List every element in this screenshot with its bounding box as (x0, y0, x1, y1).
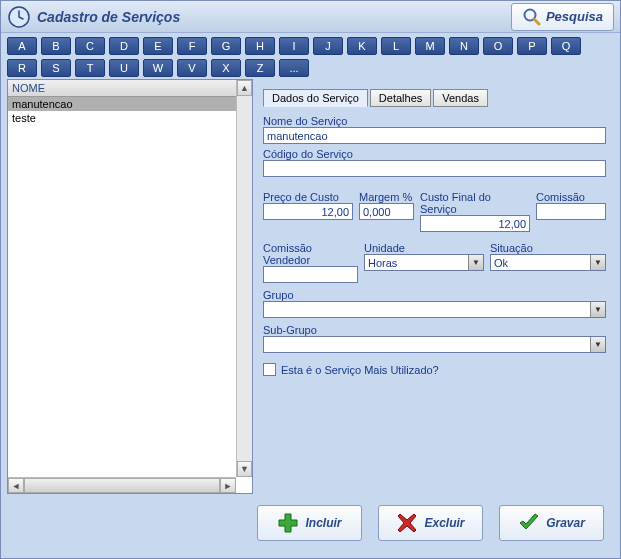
list-item[interactable]: teste (8, 111, 252, 125)
chevron-down-icon[interactable]: ▼ (590, 255, 605, 270)
horizontal-scrollbar[interactable]: ◄ ► (8, 477, 236, 493)
codigo-input[interactable] (263, 160, 606, 177)
grupo-select[interactable] (263, 301, 606, 318)
alpha-button-w[interactable]: W (143, 59, 173, 77)
grupo-label: Grupo (263, 289, 606, 301)
scroll-down-button[interactable]: ▼ (237, 461, 252, 477)
alpha-button-z[interactable]: Z (245, 59, 275, 77)
chevron-down-icon[interactable]: ▼ (590, 302, 605, 317)
unidade-label: Unidade (364, 242, 484, 254)
vertical-scrollbar[interactable]: ▲ ▼ (236, 80, 252, 477)
alpha-button-d[interactable]: D (109, 37, 139, 55)
nome-input[interactable] (263, 127, 606, 144)
alpha-button-h[interactable]: H (245, 37, 275, 55)
alpha-button-j[interactable]: J (313, 37, 343, 55)
search-label: Pesquisa (546, 9, 603, 24)
scroll-thumb-h[interactable] (24, 478, 220, 493)
alpha-button-q[interactable]: Q (551, 37, 581, 55)
alpha-button-s[interactable]: S (41, 59, 71, 77)
excluir-label: Excluir (424, 516, 464, 530)
comissao-vend-input[interactable] (263, 266, 358, 283)
plus-icon (277, 512, 299, 534)
check-icon (518, 512, 540, 534)
magnifier-icon (522, 7, 542, 27)
chevron-down-icon[interactable]: ▼ (590, 337, 605, 352)
alpha-button-v[interactable]: V (177, 59, 207, 77)
chevron-down-icon[interactable]: ▼ (468, 255, 483, 270)
alpha-button-n[interactable]: N (449, 37, 479, 55)
scroll-right-button[interactable]: ► (220, 478, 236, 493)
incluir-button[interactable]: Incluir (257, 505, 362, 541)
alpha-button-e[interactable]: E (143, 37, 173, 55)
custo-final-input[interactable] (420, 215, 530, 232)
preco-label: Preço de Custo (263, 191, 353, 203)
x-icon (396, 512, 418, 534)
margem-label: Margem % (359, 191, 414, 203)
alphabet-filter: ABCDEFGHIJKLMNOPQRSTUWVXZ... (1, 33, 620, 79)
alpha-button-l[interactable]: L (381, 37, 411, 55)
comissao-input[interactable] (536, 203, 606, 220)
excluir-button[interactable]: Excluir (378, 505, 483, 541)
search-button[interactable]: Pesquisa (511, 3, 614, 31)
gravar-button[interactable]: Gravar (499, 505, 604, 541)
service-registry-window: Cadastro de Serviços Pesquisa ABCDEFGHIJ… (0, 0, 621, 559)
comissao-vend-label: Comissão Vendedor (263, 242, 358, 266)
clock-icon (7, 5, 31, 29)
mais-utilizado-checkbox[interactable] (263, 363, 276, 376)
codigo-label: Código do Serviço (263, 148, 606, 160)
alpha-button-...[interactable]: ... (279, 59, 309, 77)
alpha-button-o[interactable]: O (483, 37, 513, 55)
action-bar: Incluir Excluir Gravar (1, 496, 620, 558)
comissao-label: Comissão (536, 191, 606, 203)
tab-detalhes[interactable]: Detalhes (370, 89, 431, 107)
unidade-select[interactable] (364, 254, 484, 271)
titlebar: Cadastro de Serviços Pesquisa (1, 1, 620, 33)
subgrupo-select[interactable] (263, 336, 606, 353)
tab-vendas[interactable]: Vendas (433, 89, 488, 107)
form-pane: Dados do ServiçoDetalhesVendas Nome do S… (253, 79, 614, 494)
alpha-button-b[interactable]: B (41, 37, 71, 55)
alpha-button-x[interactable]: X (211, 59, 241, 77)
alpha-button-i[interactable]: I (279, 37, 309, 55)
tabs: Dados do ServiçoDetalhesVendas (263, 89, 606, 107)
nome-label: Nome do Serviço (263, 115, 606, 127)
service-list-pane: NOME manutencaoteste ▲ ▼ ◄ ► (7, 79, 253, 494)
alpha-button-p[interactable]: P (517, 37, 547, 55)
alpha-button-g[interactable]: G (211, 37, 241, 55)
margem-input[interactable] (359, 203, 414, 220)
situacao-select[interactable] (490, 254, 606, 271)
preco-input[interactable] (263, 203, 353, 220)
alpha-button-t[interactable]: T (75, 59, 105, 77)
tab-dados-do-servi-o[interactable]: Dados do Serviço (263, 89, 368, 107)
subgrupo-label: Sub-Grupo (263, 324, 606, 336)
custo-final-label: Custo Final do Serviço (420, 191, 530, 215)
alpha-button-u[interactable]: U (109, 59, 139, 77)
list-body[interactable]: manutencaoteste (8, 97, 252, 493)
mais-utilizado-label: Esta é o Serviço Mais Utilizado? (281, 364, 439, 376)
alpha-button-c[interactable]: C (75, 37, 105, 55)
alpha-button-r[interactable]: R (7, 59, 37, 77)
list-column-header[interactable]: NOME (8, 80, 252, 97)
incluir-label: Incluir (305, 516, 341, 530)
alpha-button-m[interactable]: M (415, 37, 445, 55)
list-item[interactable]: manutencao (8, 97, 252, 111)
alpha-button-k[interactable]: K (347, 37, 377, 55)
alpha-button-f[interactable]: F (177, 37, 207, 55)
scroll-up-button[interactable]: ▲ (237, 80, 252, 96)
situacao-label: Situação (490, 242, 606, 254)
window-title: Cadastro de Serviços (37, 9, 511, 25)
alpha-button-a[interactable]: A (7, 37, 37, 55)
gravar-label: Gravar (546, 516, 585, 530)
scroll-left-button[interactable]: ◄ (8, 478, 24, 493)
